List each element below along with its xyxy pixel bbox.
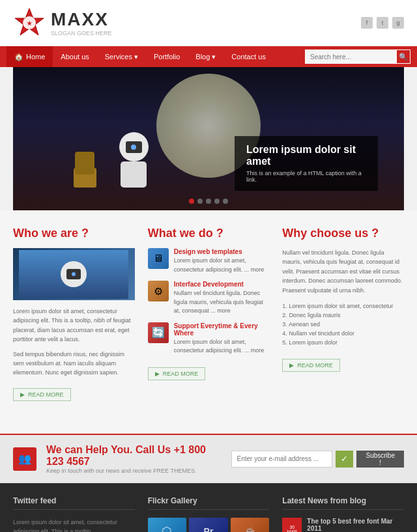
what-item-1: 🖥 Design web templates Lorem ipsum dolor… bbox=[148, 248, 270, 274]
nav-portfolio-label: Portfolio bbox=[154, 53, 180, 61]
search-input[interactable] bbox=[305, 49, 396, 64]
cta-subtext: Keep in touch with our news and receive … bbox=[46, 468, 222, 474]
flickr-column: Flickr Gallery ⬡ Pr ☕ 🎨 🍹 3D bbox=[148, 496, 270, 532]
subscribe-button[interactable]: Subscribe ! bbox=[356, 451, 404, 468]
news-title-1: The top 5 best free font Mar 2011 bbox=[307, 518, 404, 532]
why-title-rest: choose us ? bbox=[307, 227, 379, 240]
hero-title: Lorem ipsum dolor sit amet bbox=[246, 144, 366, 167]
tweet-1-text: Lorem ipsum dolor sit amet, consectetur … bbox=[13, 518, 135, 532]
hero-background: Lorem ipsum dolor sit amet This is an ex… bbox=[13, 67, 404, 210]
what-read-more[interactable]: ▶ READ MORE bbox=[148, 367, 206, 380]
who-text-1: Lorem ipsum dolor sit amet, consectetur … bbox=[13, 307, 135, 344]
nav-blog[interactable]: Blog ▾ bbox=[188, 46, 223, 67]
why-list: Lorem ipsum dolor sit amet, consectetur … bbox=[282, 301, 404, 347]
hero-dot-4[interactable] bbox=[214, 199, 220, 204]
nav-portfolio[interactable]: Portfolio bbox=[146, 46, 188, 67]
nav-about-label: About us bbox=[61, 53, 89, 61]
news-date-num-1: 30 bbox=[289, 525, 295, 529]
twitter-feed-column: Twitter feed Lorem ipsum dolor sit amet,… bbox=[13, 496, 135, 532]
cta-bar: 👥 We can Help You. Call Us +1 800 123 45… bbox=[0, 434, 417, 483]
flickr-thumb-1[interactable]: ⬡ bbox=[148, 518, 187, 532]
why-title: Why choose us ? bbox=[282, 227, 404, 240]
why-title-highlight: Why bbox=[282, 227, 307, 240]
hero-section: Lorem ipsum dolor sit amet This is an ex… bbox=[7, 67, 410, 210]
hero-robot-right bbox=[111, 132, 156, 197]
main-nav: 🏠 Home About us Services ▾ Portfolio Blo… bbox=[0, 46, 417, 67]
twitter-icon[interactable]: t bbox=[377, 17, 388, 29]
hero-dot-1[interactable] bbox=[189, 199, 194, 204]
flickr-thumb-2[interactable]: Pr bbox=[189, 518, 228, 532]
what-item-3-desc: Lorem ipsum dolor sit amet, consectetur … bbox=[174, 338, 270, 356]
check-button[interactable]: ✓ bbox=[336, 451, 353, 468]
flickr-icon-2: Pr bbox=[204, 526, 214, 532]
hero-dot-3[interactable] bbox=[206, 199, 211, 204]
why-read-more[interactable]: ▶ READ MORE bbox=[282, 359, 340, 372]
who-image-inner bbox=[19, 250, 128, 299]
flickr-icon-3: ☕ bbox=[245, 527, 255, 532]
logo-star-icon: ★ bbox=[13, 7, 46, 39]
why-read-more-label: READ MORE bbox=[297, 362, 333, 369]
what-item-2-desc: Nullam vel tincidunt ligula. Donec ligul… bbox=[174, 289, 270, 316]
email-input[interactable] bbox=[231, 451, 333, 468]
news-date-month-1: MAR bbox=[287, 529, 298, 532]
flickr-thumb-3[interactable]: ☕ bbox=[231, 518, 270, 532]
nav-contact[interactable]: Contact us bbox=[223, 46, 274, 67]
what-icon-design: 🖥 bbox=[148, 248, 169, 269]
nav-blog-label: Blog bbox=[195, 53, 210, 61]
interface-icon: ⚙ bbox=[154, 285, 163, 298]
home-icon: 🏠 bbox=[14, 53, 23, 61]
facebook-icon[interactable]: f bbox=[361, 17, 373, 29]
flickr-title: Flickr Gallery bbox=[148, 496, 270, 510]
main-content: Who we are ? Lorem ipsum dolor sit amet,… bbox=[0, 210, 417, 434]
chevron-down-icon: ▾ bbox=[212, 53, 216, 61]
hero-banner: Lorem ipsum dolor sit amet This is an ex… bbox=[13, 67, 404, 210]
cta-text: We can Help You. Call Us +1 800 123 4567… bbox=[46, 444, 222, 474]
what-title: What we do ? bbox=[148, 227, 270, 240]
what-icon-interface: ⚙ bbox=[148, 281, 169, 301]
who-robot-head bbox=[61, 261, 87, 287]
who-title-rest: we are ? bbox=[38, 227, 89, 240]
logo-slogan: SLOGAN GOES HERE bbox=[51, 30, 112, 36]
why-list-item-2: Donec ligula mauris bbox=[282, 311, 404, 320]
what-read-more-label: READ MORE bbox=[163, 371, 199, 377]
what-item-1-desc: Lorem ipsum dolor sit amet, consectetur … bbox=[174, 257, 270, 274]
arrow-icon: ▶ bbox=[155, 371, 160, 377]
who-we-are-column: Who we are ? Lorem ipsum dolor sit amet,… bbox=[13, 227, 135, 401]
why-list-item-1: Lorem ipsum dolor sit amet, consectetur bbox=[282, 301, 404, 311]
hero-robot-left bbox=[65, 145, 104, 197]
what-title-highlight: What bbox=[148, 227, 177, 240]
hero-dot-2[interactable] bbox=[197, 199, 203, 204]
design-icon: 🖥 bbox=[153, 253, 164, 264]
why-list-item-5: Lorem ipsum dolor bbox=[282, 338, 404, 347]
flickr-grid: ⬡ Pr ☕ 🎨 🍹 3D bbox=[148, 518, 270, 532]
what-item-3-title: Support Everytime & Every Where bbox=[174, 322, 270, 337]
what-we-do-column: What we do ? 🖥 Design web templates Lore… bbox=[148, 227, 270, 401]
nav-about[interactable]: About us bbox=[53, 46, 96, 67]
site-header: ★ MAXX SLOGAN GOES HERE f t g bbox=[0, 0, 417, 46]
why-choose-us-column: Why choose us ? Nullam vel tincidunt lig… bbox=[282, 227, 404, 401]
nav-services[interactable]: Services ▾ bbox=[97, 46, 146, 67]
nav-home[interactable]: 🏠 Home bbox=[7, 46, 53, 67]
news-text-1: The top 5 best free font Mar 2011 Aliqua… bbox=[307, 518, 404, 532]
search-button[interactable]: 🔍 bbox=[396, 49, 410, 64]
footer-top: Twitter feed Lorem ipsum dolor sit amet,… bbox=[0, 483, 417, 532]
nav-services-label: Services bbox=[105, 53, 132, 61]
what-title-rest: we do ? bbox=[177, 227, 223, 240]
who-read-more[interactable]: ▶ READ MORE bbox=[13, 388, 71, 401]
cta-subscribe-form: ✓ Subscribe ! bbox=[231, 451, 404, 468]
arrow-icon: ▶ bbox=[289, 362, 294, 369]
tweet-1: Lorem ipsum dolor sit amet, consectetur … bbox=[13, 518, 135, 532]
hero-caption: Lorem ipsum dolor sit amet This is an ex… bbox=[235, 136, 378, 191]
chevron-down-icon: ▾ bbox=[134, 53, 138, 61]
what-item-1-title: Design web templates bbox=[174, 248, 270, 255]
who-text-2: Sed tempus bibendum risus, nec dignissim… bbox=[13, 350, 135, 378]
latest-news-title: Latest News from blog bbox=[282, 496, 404, 510]
hero-dots bbox=[189, 199, 228, 204]
why-list-item-3: Aenean sed bbox=[282, 320, 404, 329]
why-list-item-4: Nullam vel tincidunt dolor bbox=[282, 329, 404, 338]
what-item-2: ⚙ Interface Development Nullam vel tinci… bbox=[148, 281, 270, 316]
hero-dot-5[interactable] bbox=[223, 199, 228, 204]
logo-area: ★ MAXX SLOGAN GOES HERE bbox=[13, 7, 112, 39]
subscribe-label: Subscribe ! bbox=[364, 452, 396, 466]
googleplus-icon[interactable]: g bbox=[392, 17, 404, 29]
